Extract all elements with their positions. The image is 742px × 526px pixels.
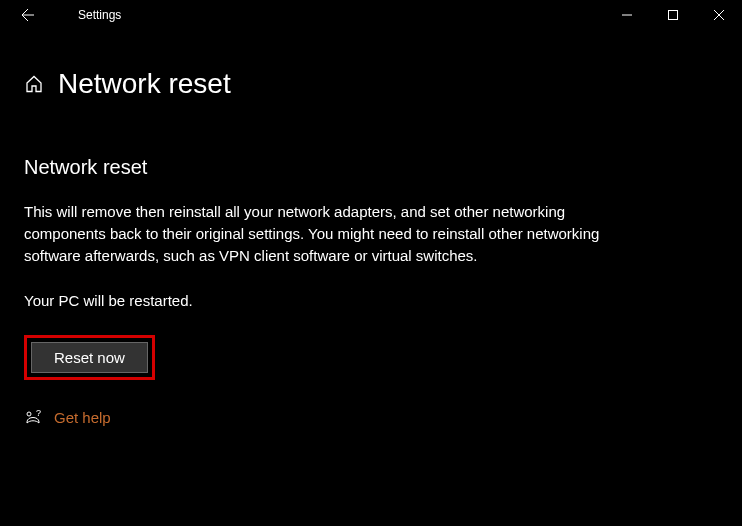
back-button[interactable] [8, 0, 48, 30]
reset-button-highlight: Reset now [24, 335, 155, 380]
help-link-label: Get help [54, 409, 111, 426]
titlebar-left: Settings [0, 0, 121, 30]
page-header: Network reset [24, 68, 718, 100]
reset-now-button[interactable]: Reset now [31, 342, 148, 373]
svg-rect-1 [669, 11, 678, 20]
svg-point-4 [27, 412, 31, 416]
minimize-icon [622, 10, 632, 20]
page-title: Network reset [58, 68, 231, 100]
titlebar: Settings [0, 0, 742, 30]
arrow-left-icon [20, 7, 36, 23]
svg-text:?: ? [36, 408, 41, 418]
restart-note: Your PC will be restarted. [24, 292, 718, 309]
maximize-button[interactable] [650, 0, 696, 30]
help-icon: ? [24, 408, 42, 426]
app-title: Settings [48, 8, 121, 22]
get-help-link[interactable]: ? Get help [24, 408, 718, 426]
window-controls [604, 0, 742, 30]
description-text: This will remove then reinstall all your… [24, 201, 624, 266]
minimize-button[interactable] [604, 0, 650, 30]
content-area: Network reset Network reset This will re… [0, 30, 742, 426]
home-icon[interactable] [24, 74, 44, 94]
section-title: Network reset [24, 156, 718, 179]
close-button[interactable] [696, 0, 742, 30]
maximize-icon [668, 10, 678, 20]
close-icon [714, 10, 724, 20]
